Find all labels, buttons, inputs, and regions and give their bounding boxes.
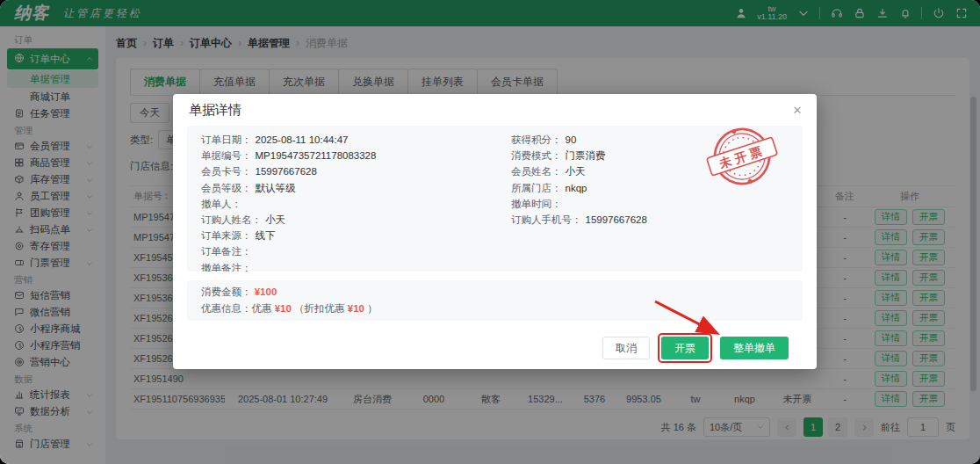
field-value: 小天 bbox=[265, 214, 285, 225]
field-value: 90 bbox=[566, 134, 577, 145]
detail-field: 所属门店：nkqp bbox=[511, 180, 647, 196]
field-value: 线下 bbox=[256, 230, 276, 241]
field-label: 消费模式： bbox=[511, 150, 562, 161]
receipt-detail-modal: 单据详情 ✕ 订单日期：2025-08-11 10:44:47单据编号：MP19… bbox=[173, 94, 817, 369]
app-screen: 纳客 让管店更轻松 tw v1.11.20 订单订单中心单据管理商城订单任务管理… bbox=[0, 0, 980, 464]
detail-field: 撤单时间： bbox=[511, 196, 647, 212]
field-label: 订单日期： bbox=[201, 134, 252, 145]
discount-part: 优惠 bbox=[252, 303, 275, 314]
discount-label: 优惠信息： bbox=[201, 303, 252, 314]
field-label: 会员等级： bbox=[201, 183, 252, 193]
modal-footer: 取消 开票 整单撤单 bbox=[187, 321, 803, 363]
detail-field: 会员等级：默认等级 bbox=[201, 180, 376, 196]
field-label: 会员卡号： bbox=[201, 166, 252, 177]
detail-field: 撤单人： bbox=[201, 196, 376, 212]
detail-field: 订单来源：线下 bbox=[201, 228, 376, 243]
detail-field: 订购人手机号：15997667628 bbox=[511, 212, 647, 228]
discount-part: （折扣优惠 bbox=[292, 303, 348, 314]
cancel-button[interactable]: 取消 bbox=[602, 337, 650, 359]
amount-section: 消费金额： ¥100 优惠信息：优惠 ¥10 （折扣优惠 ¥10 ） bbox=[187, 280, 803, 321]
detail-field: 订购人姓名：小天 bbox=[201, 212, 376, 228]
field-value: 15997667628 bbox=[586, 214, 647, 225]
field-value: 门票消费 bbox=[566, 150, 606, 161]
detail-field: 会员卡号：15997667628 bbox=[201, 163, 376, 179]
field-value: 2025-08-11 10:44:47 bbox=[256, 134, 349, 145]
amount-label: 消费金额： bbox=[201, 286, 252, 297]
amount-value: ¥100 bbox=[255, 286, 277, 297]
field-label: 订单备注： bbox=[201, 246, 252, 257]
field-label: 获得积分： bbox=[511, 134, 562, 145]
field-value: 默认等级 bbox=[256, 183, 296, 193]
invoice-button[interactable]: 开票 bbox=[661, 337, 709, 359]
detail-field: 订单备注： bbox=[201, 243, 376, 259]
discount-line: 优惠信息：优惠 ¥10 （折扣优惠 ¥10 ） bbox=[201, 301, 789, 317]
discount-part: ） bbox=[364, 303, 378, 314]
field-value: 15997667628 bbox=[256, 166, 317, 177]
field-value: nkqp bbox=[566, 183, 587, 193]
cancel-whole-order-button[interactable]: 整单撤单 bbox=[720, 337, 789, 359]
annotation-highlight-box: 开票 bbox=[658, 333, 712, 363]
discount-part: ¥10 bbox=[348, 303, 364, 314]
fields-right: 获得积分：90消费模式：门票消费会员姓名：小天所属门店：nkqp撤单时间：订购人… bbox=[511, 132, 647, 228]
detail-field: 会员姓名：小天 bbox=[511, 163, 647, 179]
field-label: 单据编号： bbox=[201, 150, 252, 161]
modal-title: 单据详情 bbox=[189, 102, 241, 119]
field-label: 会员姓名： bbox=[511, 166, 562, 177]
amount-line: 消费金额： ¥100 bbox=[201, 284, 789, 301]
field-value: MP1954735721178083328 bbox=[256, 150, 377, 161]
field-label: 所属门店： bbox=[511, 183, 562, 193]
field-label: 订单来源： bbox=[201, 230, 252, 241]
field-label: 撤单备注： bbox=[201, 263, 252, 272]
discount-parts: 优惠 ¥10 （折扣优惠 ¥10 ） bbox=[252, 303, 378, 314]
detail-field: 获得积分：90 bbox=[511, 132, 647, 148]
field-label: 撤单人： bbox=[201, 199, 241, 209]
field-label: 订购人手机号： bbox=[511, 214, 582, 225]
not-invoiced-stamp: 未开票 bbox=[701, 115, 783, 198]
field-label: 撤单时间： bbox=[511, 199, 562, 209]
fields-left: 订单日期：2025-08-11 10:44:47单据编号：MP195473572… bbox=[201, 132, 376, 272]
field-label: 订购人姓名： bbox=[201, 214, 262, 225]
detail-field: 单据编号：MP1954735721178083328 bbox=[201, 148, 376, 163]
detail-field: 撤单备注： bbox=[201, 260, 376, 272]
detail-field: 消费模式：门票消费 bbox=[511, 148, 647, 163]
field-value: 小天 bbox=[566, 166, 586, 177]
discount-part: ¥10 bbox=[275, 303, 292, 314]
detail-field: 订单日期：2025-08-11 10:44:47 bbox=[201, 132, 376, 148]
close-icon[interactable]: ✕ bbox=[789, 101, 806, 119]
